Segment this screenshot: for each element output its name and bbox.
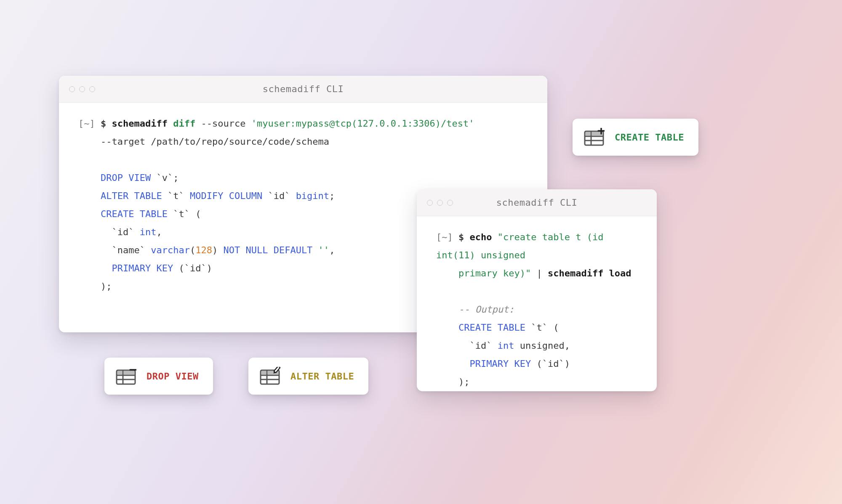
command-echo: echo bbox=[470, 232, 492, 242]
terminal-body-right[interactable]: [~] $ echo "create table t (id int(11) u… bbox=[417, 216, 657, 391]
table-pencil-icon bbox=[259, 367, 280, 385]
svg-rect-13 bbox=[124, 371, 134, 374]
dollar: $ bbox=[101, 118, 106, 129]
svg-rect-12 bbox=[117, 371, 122, 374]
prompt: [~] bbox=[78, 118, 95, 129]
svg-rect-19 bbox=[261, 371, 266, 374]
badge-create-table: CREATE TABLE bbox=[573, 119, 698, 156]
table-plus-icon bbox=[584, 128, 605, 146]
badge-drop-view: DROP VIEW bbox=[104, 358, 213, 395]
output-comment: -- Output: bbox=[458, 304, 514, 315]
pipe: | bbox=[531, 268, 548, 279]
source-value: 'myuser:mypass@tcp(127.0.0.1:3306)/test' bbox=[251, 118, 474, 129]
subcommand: diff bbox=[173, 118, 195, 129]
dollar: $ bbox=[458, 232, 464, 242]
terminal-title: schemadiff CLI bbox=[417, 197, 657, 208]
command: schemadiff bbox=[112, 118, 168, 129]
badge-label: CREATE TABLE bbox=[615, 132, 684, 143]
prompt: [~] bbox=[436, 232, 453, 242]
flag-target: --target bbox=[101, 136, 145, 147]
badge-alter-table: ALTER TABLE bbox=[248, 358, 368, 395]
svg-rect-4 bbox=[586, 132, 590, 135]
target-value: /path/to/repo/source/code/schema bbox=[151, 136, 329, 147]
terminal-header: schemadiff CLI bbox=[417, 189, 657, 216]
flag-source: --source bbox=[201, 118, 245, 129]
terminal-header: schemadiff CLI bbox=[59, 76, 547, 103]
table-minus-icon bbox=[115, 367, 136, 385]
sql-keyword: DROP bbox=[101, 172, 123, 183]
badge-label: DROP VIEW bbox=[147, 371, 199, 382]
echo-string-part2: primary key)" bbox=[458, 268, 531, 279]
terminal-title: schemadiff CLI bbox=[59, 84, 547, 94]
command-load: schemadiff load bbox=[548, 268, 632, 279]
terminal-window-right: schemadiff CLI [~] $ echo "create table … bbox=[417, 189, 657, 391]
badge-label: ALTER TABLE bbox=[290, 371, 354, 382]
